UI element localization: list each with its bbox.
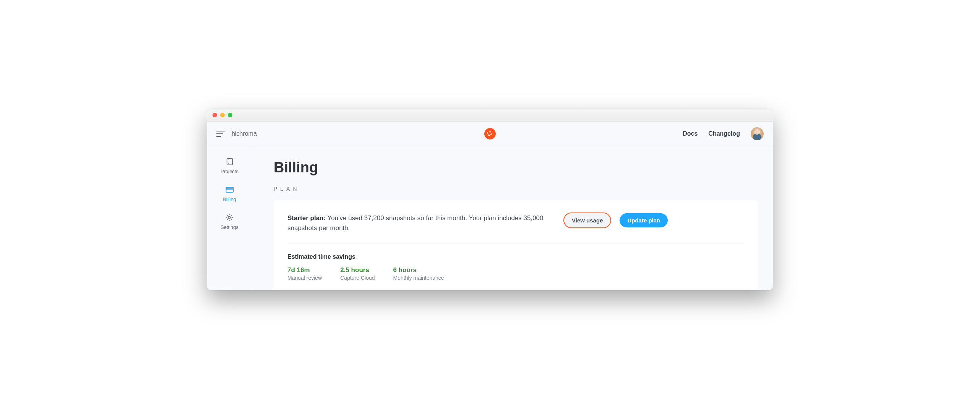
svg-point-5 xyxy=(229,216,231,219)
projects-icon xyxy=(225,157,234,166)
stat-value: 7d 16m xyxy=(287,266,322,274)
svg-point-2 xyxy=(228,163,229,164)
savings-stat: 7d 16m Manual review xyxy=(287,266,322,281)
app-window: hichroma Docs Changelog Projects Billi xyxy=(207,109,773,290)
sidebar-item-settings[interactable]: Settings xyxy=(221,213,239,230)
avatar[interactable] xyxy=(751,127,764,140)
gear-icon xyxy=(225,213,234,222)
savings-stat: 2.5 hours Capture Cloud xyxy=(340,266,375,281)
sidebar: Projects Billing Settings xyxy=(207,146,252,290)
svg-rect-0 xyxy=(227,158,232,165)
window-close-dot[interactable] xyxy=(213,113,217,117)
stat-label: Capture Cloud xyxy=(340,275,375,281)
plan-card: Starter plan: You've used 37,200 snapsho… xyxy=(274,200,758,290)
main-content: Billing PLAN Starter plan: You've used 3… xyxy=(252,146,773,290)
nav-changelog[interactable]: Changelog xyxy=(708,130,740,137)
topbar: hichroma Docs Changelog xyxy=(207,122,773,146)
sidebar-item-projects[interactable]: Projects xyxy=(221,157,239,174)
nav-docs[interactable]: Docs xyxy=(683,130,698,137)
section-label: PLAN xyxy=(274,186,773,192)
plan-name: Starter plan: xyxy=(287,214,326,222)
savings-stat: 6 hours Monthly maintenance xyxy=(393,266,444,281)
update-plan-button[interactable]: Update plan xyxy=(620,213,668,227)
billing-icon xyxy=(225,185,234,194)
sidebar-item-label: Settings xyxy=(221,224,239,230)
sidebar-item-label: Billing xyxy=(223,196,236,202)
plan-usage-sentence: You've used 37,200 snapshots so far this… xyxy=(287,214,544,232)
page-title: Billing xyxy=(274,159,773,176)
plan-usage-text: Starter plan: You've used 37,200 snapsho… xyxy=(287,213,555,234)
menu-icon[interactable] xyxy=(216,131,225,137)
sidebar-item-label: Projects xyxy=(221,169,239,174)
sidebar-item-billing[interactable]: Billing xyxy=(223,185,236,202)
brand-logo-icon[interactable] xyxy=(484,128,496,139)
svg-rect-3 xyxy=(226,187,233,192)
stat-value: 2.5 hours xyxy=(340,266,375,274)
view-usage-button[interactable]: View usage xyxy=(564,213,610,227)
svg-rect-4 xyxy=(226,188,233,190)
stat-value: 6 hours xyxy=(393,266,444,274)
window-minimize-dot[interactable] xyxy=(220,113,225,117)
org-name[interactable]: hichroma xyxy=(232,130,257,137)
svg-point-1 xyxy=(228,159,229,160)
titlebar xyxy=(207,109,773,122)
window-zoom-dot[interactable] xyxy=(228,113,232,117)
stat-label: Monthly maintenance xyxy=(393,275,444,281)
savings-section: Estimated time savings 7d 16m Manual rev… xyxy=(287,243,744,281)
savings-title: Estimated time savings xyxy=(287,253,744,260)
stat-label: Manual review xyxy=(287,275,322,281)
